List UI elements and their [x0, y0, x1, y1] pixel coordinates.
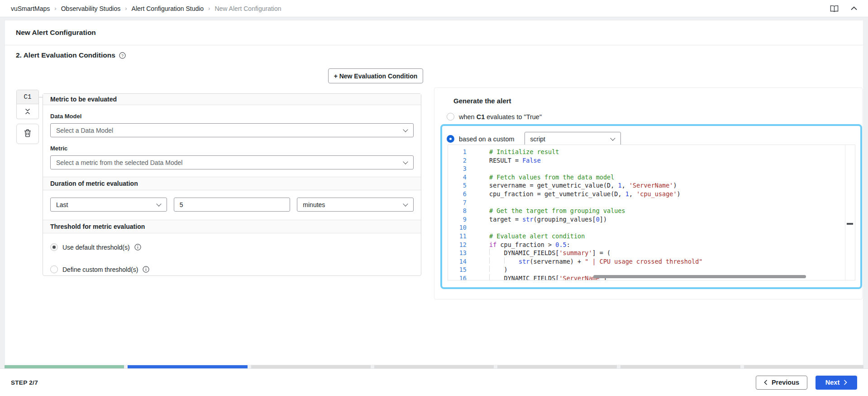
- code-line[interactable]: 8# Get the target from grouping values: [448, 207, 855, 215]
- chevron-down-icon: [403, 127, 408, 132]
- duration-section-header: Duration of metric evaluation: [43, 177, 421, 190]
- breadcrumb-alert-configuration-studio[interactable]: Alert Configuration Studio: [132, 5, 204, 12]
- generate-alert-title: Generate the alert: [453, 97, 511, 105]
- step-indicator: STEP 2/7: [11, 379, 38, 386]
- delete-condition-button[interactable]: [16, 124, 39, 144]
- main-content-card: New Alert Configuration 2. Alert Evaluat…: [5, 20, 863, 365]
- duration-unit-value: minutes: [303, 201, 325, 208]
- code-line[interactable]: 9target = str(grouping_values[0]): [448, 215, 855, 224]
- chevron-down-icon: [403, 159, 408, 164]
- line-number: 5: [448, 181, 467, 190]
- wizard-progress-bar: [5, 365, 863, 368]
- code-line[interactable]: 15): [448, 266, 855, 274]
- overview-ruler-marker: [847, 223, 853, 225]
- duration-window-select[interactable]: Last: [50, 198, 167, 212]
- based-on-custom-label: based on a custom: [459, 135, 515, 143]
- indent-guide: [489, 257, 504, 264]
- duration-unit-select[interactable]: minutes: [297, 198, 414, 212]
- code-line[interactable]: 5servername = get_vumetric_value(D, 1, '…: [448, 181, 855, 190]
- custom-script-highlight-box: based on a custom script 1# Initialize r…: [440, 124, 862, 289]
- progress-segment-7: [744, 365, 863, 368]
- code-line[interactable]: 2RESULT = False: [448, 156, 855, 165]
- code-line[interactable]: 12if cpu_fraction > 0.5:: [448, 241, 855, 249]
- code-line[interactable]: 14str(servername) + " | CPU usage crosse…: [448, 257, 855, 266]
- define-custom-threshold-label: Define custom threshold(s): [62, 266, 138, 273]
- breadcrumb-separator-icon: ›: [125, 5, 127, 12]
- new-evaluation-condition-button[interactable]: + New Evaluation Condition: [328, 68, 423, 83]
- line-number: 16: [448, 274, 467, 280]
- breadcrumb: vuSmartMaps › Observability Studios › Al…: [11, 5, 281, 12]
- custom-type-select[interactable]: script: [525, 132, 621, 146]
- breadcrumb-separator-icon: ›: [208, 5, 210, 12]
- code-lines[interactable]: 1# Initialize result2RESULT = False34# F…: [448, 145, 855, 280]
- progress-segment-1: [5, 365, 124, 368]
- previous-button[interactable]: Previous: [756, 376, 807, 390]
- code-line[interactable]: 10: [448, 223, 855, 232]
- duration-window-value: Last: [56, 201, 68, 208]
- line-number: 4: [448, 173, 467, 182]
- line-number: 11: [448, 232, 467, 241]
- next-button[interactable]: Next: [816, 376, 857, 390]
- custom-type-value: script: [530, 135, 545, 143]
- chevron-down-icon: [403, 201, 408, 206]
- code-line[interactable]: 6cpu_fraction = get_vumetric_value(D, 1,…: [448, 190, 855, 198]
- line-number: 14: [448, 257, 467, 266]
- indent-guide: [489, 274, 504, 280]
- metric-select[interactable]: Select a metric from the selected Data M…: [50, 155, 414, 169]
- metric-panel-header: Metric to be evaluated: [43, 94, 421, 105]
- code-line[interactable]: 13DYNAMIC_FIELDS['summary'] = (: [448, 249, 855, 257]
- breadcrumb-vusmartmaps[interactable]: vuSmartMaps: [11, 5, 50, 12]
- when-condition-true-radio[interactable]: [447, 113, 454, 121]
- indent-guide: [489, 249, 504, 255]
- section-help-icon[interactable]: ?: [119, 52, 126, 59]
- code-line[interactable]: 1# Initialize result: [448, 148, 855, 156]
- chevron-down-icon: [610, 135, 615, 140]
- chevron-right-icon: [844, 380, 847, 385]
- when-condition-true-label: when C1 evaluates to "True": [459, 113, 542, 121]
- threshold-section-header: Threshold for metric evaluation: [43, 220, 421, 233]
- based-on-custom-radio[interactable]: [447, 135, 454, 143]
- use-default-threshold-radio[interactable]: [50, 243, 58, 251]
- code-line[interactable]: 7: [448, 198, 855, 207]
- code-line[interactable]: 3: [448, 164, 855, 173]
- default-threshold-info-icon[interactable]: [134, 244, 141, 251]
- divider: [5, 45, 863, 45]
- progress-segment-2: [128, 365, 247, 368]
- editor-overview-ruler[interactable]: [845, 145, 855, 280]
- breadcrumb-separator-icon: ›: [54, 5, 56, 12]
- editor-horizontal-scrollbar[interactable]: [593, 275, 806, 278]
- custom-threshold-info-icon[interactable]: [143, 266, 149, 273]
- collapse-condition-button[interactable]: [17, 104, 38, 119]
- data-model-select[interactable]: Select a Data Model: [50, 123, 414, 137]
- line-number: 8: [448, 207, 467, 215]
- data-model-placeholder: Select a Data Model: [56, 127, 113, 134]
- wizard-footer: STEP 2/7 Previous Next: [0, 368, 868, 396]
- progress-segment-6: [620, 365, 740, 368]
- code-line[interactable]: 4# Fetch values from the data model: [448, 173, 855, 182]
- trash-icon: [24, 129, 31, 139]
- metric-placeholder: Select a metric from the selected Data M…: [56, 159, 182, 166]
- progress-segment-3: [251, 365, 371, 368]
- line-number: 12: [448, 241, 467, 249]
- metric-label: Metric: [50, 145, 414, 152]
- line-number: 15: [448, 266, 467, 274]
- metric-evaluation-panel: Metric to be evaluated Data Model Select…: [43, 93, 421, 276]
- top-navigation-bar: vuSmartMaps › Observability Studios › Al…: [0, 0, 868, 17]
- data-model-label: Data Model: [50, 113, 414, 120]
- page-title: New Alert Configuration: [16, 20, 96, 45]
- condition-c1-controls: C1: [16, 90, 39, 119]
- duration-value-input[interactable]: [174, 198, 291, 212]
- condition-badge: C1: [17, 90, 38, 104]
- breadcrumb-observability-studios[interactable]: Observability Studios: [61, 5, 121, 12]
- documentation-book-icon[interactable]: [829, 4, 839, 14]
- breadcrumb-new-alert-configuration: New Alert Configuration: [215, 5, 281, 12]
- collapse-topbar-chevron-up-icon[interactable]: [849, 4, 859, 14]
- progress-segment-5: [497, 365, 617, 368]
- line-number: 2: [448, 156, 467, 165]
- code-line[interactable]: 11# Evaluate alert condition: [448, 232, 855, 241]
- define-custom-threshold-radio[interactable]: [50, 266, 58, 273]
- script-code-editor[interactable]: 1# Initialize result2RESULT = False34# F…: [448, 145, 855, 280]
- line-number: 7: [448, 198, 467, 207]
- indent-guide: [489, 266, 504, 272]
- progress-segment-4: [374, 365, 494, 368]
